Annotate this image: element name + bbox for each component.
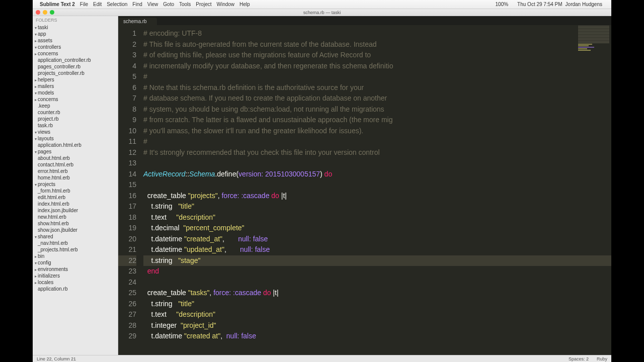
disclosure-arrow-icon[interactable]: ▸: [34, 98, 38, 102]
code-line[interactable]: # system, you should be using db:schema:…: [143, 104, 611, 115]
tree-node[interactable]: new.html.erb: [34, 214, 118, 220]
code-line[interactable]: # database schema. If you need to create…: [143, 93, 611, 104]
code-line[interactable]: [143, 179, 611, 191]
tree-node[interactable]: index.json.jbuilder: [34, 207, 118, 214]
tree-node[interactable]: .keep: [34, 103, 118, 109]
code-line[interactable]: # you'll amass, the slower it'll run and…: [143, 126, 611, 137]
tree-node[interactable]: projects_controller.rb: [34, 70, 118, 76]
code-line[interactable]: t.string "title": [143, 201, 611, 212]
tree-node[interactable]: ▾pages: [34, 148, 118, 155]
tree-node[interactable]: ▾controllers: [34, 44, 118, 50]
tree-node[interactable]: index.html.erb: [34, 201, 118, 207]
tree-node[interactable]: pages_controller.rb: [34, 63, 118, 70]
syntax-setting[interactable]: Ruby: [597, 356, 607, 361]
disclosure-arrow-icon[interactable]: ▾: [34, 183, 38, 187]
code-line[interactable]: # This file is auto-generated from the c…: [143, 39, 611, 50]
app-name[interactable]: Sublime Text 2: [40, 2, 75, 7]
disclosure-arrow-icon[interactable]: ▸: [34, 84, 38, 89]
tree-node[interactable]: ▾app: [34, 31, 118, 37]
tree-node[interactable]: application.html.erb: [34, 142, 118, 148]
menu-project[interactable]: Project: [196, 2, 211, 7]
disclosure-arrow-icon[interactable]: ▸: [34, 274, 38, 279]
tree-node[interactable]: error.html.erb: [34, 168, 118, 174]
disclosure-arrow-icon[interactable]: ▸: [34, 52, 38, 56]
tree-node[interactable]: ▾taski: [34, 24, 118, 31]
menu-selection[interactable]: Selection: [107, 2, 127, 7]
source-code[interactable]: # encoding: UTF-8# This file is auto-gen…: [140, 25, 611, 355]
tree-node[interactable]: project.rb: [34, 116, 118, 122]
code-line[interactable]: create_table "projects", force: :cascade…: [143, 191, 611, 202]
code-line[interactable]: t.decimal "percent_complete": [143, 223, 611, 234]
code-line[interactable]: [143, 158, 611, 169]
code-line[interactable]: end: [143, 266, 611, 277]
tree-node[interactable]: edit.html.erb: [34, 194, 118, 201]
tree-node[interactable]: ▸helpers: [34, 76, 118, 83]
disclosure-arrow-icon[interactable]: ▾: [34, 32, 38, 37]
tree-node[interactable]: ▸concerns: [34, 96, 118, 103]
tab-schema[interactable]: schema.rb: [118, 18, 157, 25]
tree-node[interactable]: home.html.erb: [34, 174, 118, 181]
tree-node[interactable]: show.json.jbuilder: [34, 227, 118, 233]
code-line[interactable]: # Note that this schema.rb definition is…: [143, 82, 611, 94]
code-line[interactable]: # of editing this file, please use the m…: [143, 50, 611, 61]
tree-node[interactable]: ▾projects: [34, 181, 118, 188]
code-line[interactable]: create_table "tasks", force: :cascade do…: [143, 288, 611, 299]
menu-view[interactable]: View: [147, 2, 158, 7]
disclosure-arrow-icon[interactable]: ▾: [34, 137, 38, 141]
code-line[interactable]: t.text "description": [143, 309, 611, 320]
tree-node[interactable]: _nav.html.erb: [34, 240, 118, 246]
close-window-icon[interactable]: [36, 10, 40, 15]
code-line[interactable]: t.text "description": [143, 212, 611, 223]
tree-node[interactable]: ▾config: [34, 259, 118, 266]
tree-node[interactable]: counter.rb: [34, 109, 118, 116]
code-line[interactable]: ActiveRecord::Schema.define(version: 201…: [143, 169, 611, 180]
code-line[interactable]: [143, 277, 611, 288]
tree-node[interactable]: ▾views: [34, 129, 118, 135]
tree-node[interactable]: task.rb: [34, 122, 118, 129]
tree-node[interactable]: _form.html.erb: [34, 188, 118, 194]
code-line[interactable]: # from scratch. The latter is a flawed a…: [143, 115, 611, 126]
disclosure-arrow-icon[interactable]: ▸: [34, 78, 38, 82]
disclosure-arrow-icon[interactable]: ▸: [34, 254, 38, 259]
tree-node[interactable]: ▸concerns: [34, 50, 118, 57]
disclosure-arrow-icon[interactable]: ▾: [34, 130, 38, 135]
disclosure-arrow-icon[interactable]: ▸: [34, 281, 38, 285]
tree-node[interactable]: application.rb: [34, 286, 118, 292]
code-line[interactable]: # incrementally modify your database, an…: [143, 61, 611, 72]
disclosure-arrow-icon[interactable]: ▾: [34, 45, 38, 50]
minimize-window-icon[interactable]: [43, 10, 47, 15]
disclosure-arrow-icon[interactable]: ▸: [34, 267, 38, 272]
menubar-status-item[interactable]: Jordan Hudgens: [566, 2, 602, 7]
code-line[interactable]: # It's strongly recommended that you che…: [143, 147, 611, 158]
folder-sidebar[interactable]: FOLDERS ▾taski▾app▸assets▾controllers▸co…: [33, 16, 118, 355]
code-line[interactable]: t.string "stage": [143, 255, 611, 266]
disclosure-arrow-icon[interactable]: ▾: [34, 261, 38, 265]
menu-goto[interactable]: Goto: [163, 2, 174, 7]
menu-help[interactable]: Help: [239, 2, 250, 7]
menu-tools[interactable]: Tools: [179, 2, 191, 7]
code-line[interactable]: t.string "title": [143, 299, 611, 310]
minimap[interactable]: [576, 25, 611, 85]
code-line[interactable]: #: [143, 136, 611, 147]
tree-node[interactable]: about.html.erb: [34, 155, 118, 161]
disclosure-arrow-icon[interactable]: ▾: [34, 26, 38, 30]
disclosure-arrow-icon[interactable]: ▾: [34, 91, 38, 96]
indent-setting[interactable]: Spaces: 2: [569, 356, 589, 361]
tree-node[interactable]: application_controller.rb: [34, 57, 118, 63]
tree-node[interactable]: ▸assets: [34, 37, 118, 44]
tree-node[interactable]: ▸mailers: [34, 83, 118, 89]
menu-file[interactable]: File: [80, 2, 88, 7]
tab-bar[interactable]: schema.rb: [118, 16, 611, 25]
tree-node[interactable]: ▸bin: [34, 253, 118, 259]
disclosure-arrow-icon[interactable]: ▸: [34, 39, 38, 43]
tree-node[interactable]: _projects.html.erb: [34, 246, 118, 253]
zoom-window-icon[interactable]: [50, 10, 54, 15]
disclosure-arrow-icon[interactable]: ▾: [34, 235, 38, 239]
tree-node[interactable]: ▾layouts: [34, 135, 118, 142]
menubar-status-item[interactable]: Thu Oct 29 7:54 PM: [517, 2, 562, 7]
tree-node[interactable]: ▸environments: [34, 266, 118, 273]
tree-node[interactable]: ▾shared: [34, 233, 118, 240]
code-line[interactable]: #: [143, 71, 611, 82]
code-line[interactable]: t.datetime "created_at", null: false: [143, 234, 611, 245]
disclosure-arrow-icon[interactable]: ▾: [34, 150, 38, 154]
